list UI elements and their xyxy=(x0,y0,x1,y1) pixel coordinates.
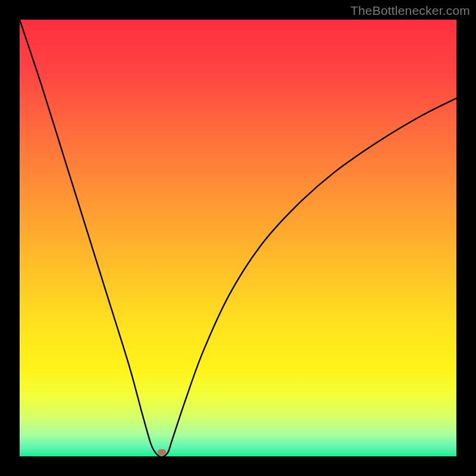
chart-frame: TheBottlenecker.com xyxy=(0,0,476,476)
background-gradient xyxy=(20,20,456,456)
optimal-point-marker xyxy=(158,449,166,455)
plot-area xyxy=(20,20,456,456)
source-watermark: TheBottlenecker.com xyxy=(350,4,470,18)
svg-rect-0 xyxy=(20,20,456,456)
